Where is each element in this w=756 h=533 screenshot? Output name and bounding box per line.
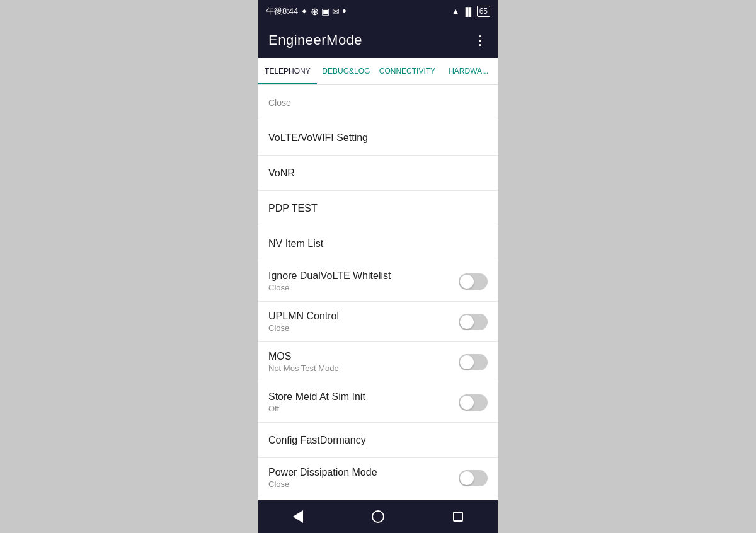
status-bar: 午後8:44 ✦ ⊕ ▣ ✉ • ▲ ▐▌ 65 bbox=[258, 0, 498, 23]
list-item-config-fd-text: Config FastDormancy bbox=[268, 435, 488, 446]
list-item-nv-text: NV Item List bbox=[268, 238, 488, 249]
tab-telephony[interactable]: TELEPHONY bbox=[258, 58, 317, 84]
dot-icon: • bbox=[342, 5, 346, 18]
vonr-title: VoNR bbox=[268, 168, 488, 179]
power-dissipation-title: Power Dissipation Mode bbox=[268, 467, 459, 478]
ignore-dualvolte-title: Ignore DualVoLTE Whitelist bbox=[268, 270, 459, 282]
nav-home-button[interactable] bbox=[365, 504, 391, 529]
tabs-container: TELEPHONY DEBUG&LOG CONNECTIVITY HARDWA.… bbox=[258, 58, 498, 85]
signal-bars-icon: ▐▌ bbox=[462, 7, 474, 16]
home-icon bbox=[372, 510, 384, 523]
store-meid-title: Store Meid At Sim Init bbox=[268, 391, 459, 403]
nav-bar bbox=[258, 500, 498, 533]
list-item-store-meid-text: Store Meid At Sim Init Off bbox=[268, 391, 459, 413]
volte-vowifi-title: VoLTE/VoWIFI Setting bbox=[268, 132, 488, 144]
tablet-icon: ▣ bbox=[321, 6, 329, 16]
phone-container: 午後8:44 ✦ ⊕ ▣ ✉ • ▲ ▐▌ 65 EngineerMode ⋮ … bbox=[258, 0, 498, 533]
list-item-pdp-text: PDP TEST bbox=[268, 203, 488, 214]
ignore-dualvolte-toggle[interactable] bbox=[459, 273, 488, 290]
power-dissipation-toggle[interactable] bbox=[459, 470, 488, 486]
nav-back-button[interactable] bbox=[285, 504, 311, 529]
status-time: 午後8:44 bbox=[266, 6, 298, 17]
wifi-icon: ▲ bbox=[451, 6, 460, 16]
signal-dot-icon: ⊕ bbox=[311, 6, 319, 18]
list-item-power-dissipation[interactable]: Power Dissipation Mode Close bbox=[258, 458, 498, 498]
bluetooth-icon: ✦ bbox=[301, 6, 308, 16]
more-options-icon[interactable]: ⋮ bbox=[474, 33, 488, 48]
tab-hardware[interactable]: HARDWA... bbox=[439, 58, 498, 84]
list-item-vonr[interactable]: VoNR bbox=[258, 156, 498, 191]
power-dissipation-subtitle: Close bbox=[268, 479, 459, 489]
list-item-config-fastdormancy[interactable]: Config FastDormancy bbox=[258, 423, 498, 458]
list-item-store-meid[interactable]: Store Meid At Sim Init Off bbox=[258, 382, 498, 423]
list-item-uplmn-control[interactable]: UPLMN Control Close bbox=[258, 302, 498, 342]
store-meid-subtitle: Off bbox=[268, 404, 459, 413]
nv-item-list-title: NV Item List bbox=[268, 238, 488, 249]
list-item-ignore-dualvolte[interactable]: Ignore DualVoLTE Whitelist Close bbox=[258, 261, 498, 302]
list-item-volte-text: VoLTE/VoWIFI Setting bbox=[268, 132, 488, 144]
mos-subtitle: Not Mos Test Mode bbox=[268, 364, 459, 373]
tab-connectivity[interactable]: CONNECTIVITY bbox=[375, 58, 439, 84]
list-item-vonr-text: VoNR bbox=[268, 168, 488, 179]
uplmn-control-subtitle: Close bbox=[268, 323, 459, 333]
list-item-pdp-test[interactable]: PDP TEST bbox=[258, 191, 498, 226]
uplmn-control-title: UPLMN Control bbox=[268, 311, 459, 322]
list-item-power-dissipation-text: Power Dissipation Mode Close bbox=[268, 467, 459, 489]
uplmn-control-toggle[interactable] bbox=[459, 314, 488, 330]
app-title: EngineerMode bbox=[268, 32, 362, 49]
status-right: ▲ ▐▌ 65 bbox=[451, 6, 490, 17]
mos-toggle[interactable] bbox=[459, 354, 488, 370]
content-area[interactable]: Close VoLTE/VoWIFI Setting VoNR PDP TEST… bbox=[258, 85, 498, 500]
list-item-close-top[interactable]: Close bbox=[258, 85, 498, 120]
list-item-volte-vowifi[interactable]: VoLTE/VoWIFI Setting bbox=[258, 120, 498, 156]
list-item-nv-item-list[interactable]: NV Item List bbox=[258, 226, 498, 261]
close-top-title: Close bbox=[268, 98, 488, 108]
pdp-test-title: PDP TEST bbox=[268, 203, 488, 214]
tab-debuglog[interactable]: DEBUG&LOG bbox=[317, 58, 375, 84]
recent-icon bbox=[453, 512, 463, 522]
list-item-mos[interactable]: MOS Not Mos Test Mode bbox=[258, 342, 498, 382]
ignore-dualvolte-subtitle: Close bbox=[268, 283, 459, 292]
back-icon bbox=[293, 510, 303, 523]
list-item-uplmn-text: UPLMN Control Close bbox=[268, 311, 459, 333]
mos-title: MOS bbox=[268, 351, 459, 362]
battery-icon: 65 bbox=[477, 6, 490, 17]
mail-icon: ✉ bbox=[332, 6, 340, 16]
list-item-mos-text: MOS Not Mos Test Mode bbox=[268, 351, 459, 373]
config-fastdormancy-title: Config FastDormancy bbox=[268, 435, 488, 446]
store-meid-toggle[interactable] bbox=[459, 394, 488, 411]
app-bar: EngineerMode ⋮ bbox=[258, 23, 498, 58]
status-left: 午後8:44 ✦ ⊕ ▣ ✉ • bbox=[266, 5, 346, 18]
nav-recent-button[interactable] bbox=[445, 504, 471, 529]
list-item-ignore-dualvolte-text: Ignore DualVoLTE Whitelist Close bbox=[268, 270, 459, 292]
list-item-close-top-text: Close bbox=[268, 98, 488, 108]
